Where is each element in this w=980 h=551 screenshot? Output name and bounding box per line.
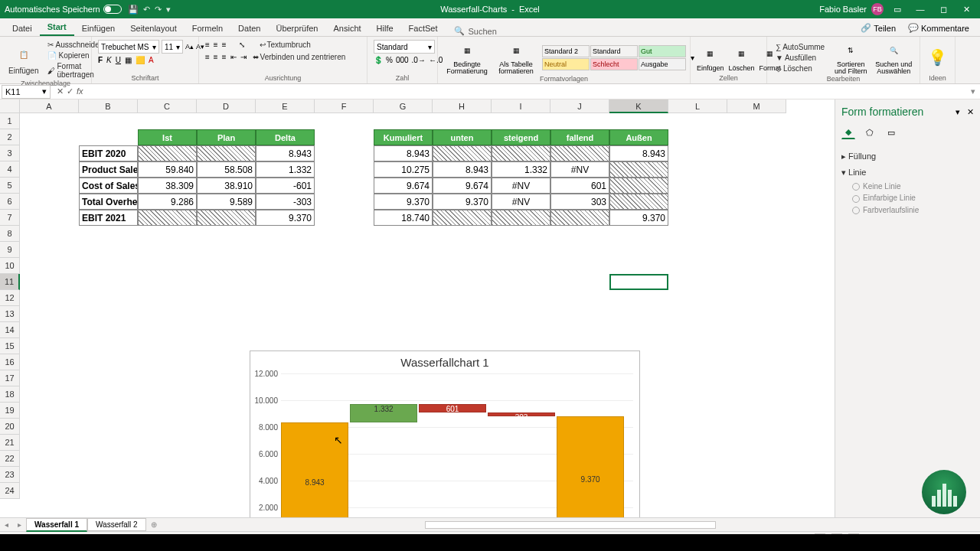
cell-H3[interactable] — [433, 145, 492, 161]
row-header-14[interactable]: 14 — [0, 322, 20, 338]
cell-C5[interactable]: 38.309 — [138, 178, 197, 194]
row-header-4[interactable]: 4 — [0, 161, 20, 178]
underline-button[interactable]: U — [116, 56, 121, 64]
col-header-G[interactable]: G — [374, 99, 433, 113]
chart-bar-Außen[interactable] — [281, 422, 348, 518]
cell-G5[interactable]: 9.674 — [374, 178, 433, 194]
cell-H6[interactable]: 9.370 — [433, 194, 492, 210]
conditional-format-button[interactable]: Bedingte Formatierung — [444, 61, 490, 75]
cell-H7[interactable] — [433, 210, 492, 226]
row-header-24[interactable]: 24 — [0, 483, 20, 499]
style-gut[interactable]: Gut — [639, 45, 686, 57]
cell-E2[interactable]: Delta — [256, 129, 315, 145]
col-header-E[interactable]: E — [256, 99, 315, 113]
close-icon[interactable]: ✕ — [957, 2, 975, 17]
cell-I7[interactable] — [492, 210, 550, 226]
row-header-16[interactable]: 16 — [0, 354, 20, 370]
clear-button[interactable]: ◇Löschen — [773, 64, 827, 73]
cell-C6[interactable]: 9.286 — [138, 194, 197, 210]
cell-J2[interactable]: fallend — [550, 129, 609, 145]
cell-B3[interactable]: EBIT 2020 — [79, 145, 138, 161]
tab-factset[interactable]: FactSet — [401, 21, 446, 36]
comments-button[interactable]: 💬Kommentare — [902, 20, 975, 36]
add-sheet-icon[interactable]: ⊕ — [146, 520, 162, 529]
cell-G4[interactable]: 10.275 — [374, 161, 433, 178]
sheet-nav-prev-icon[interactable]: ◂ — [0, 520, 13, 529]
pane-dropdown-icon[interactable]: ▾ — [956, 107, 960, 116]
currency-icon[interactable]: 💲 — [374, 56, 383, 64]
style-standard2[interactable]: Standard 2 — [542, 45, 590, 57]
cell-J3[interactable] — [550, 145, 609, 161]
cell-B7[interactable]: EBIT 2021 — [79, 210, 138, 226]
size-tab-icon[interactable]: ▭ — [884, 126, 898, 139]
cell-K3[interactable]: 8.943 — [609, 145, 668, 161]
merge-center-button[interactable]: ⬌Verbinden und zentrieren — [250, 52, 348, 62]
gradient-line-option[interactable]: Farbverlaufslinie — [841, 204, 974, 216]
cell-I5[interactable]: #NV — [492, 178, 550, 194]
cell-K4[interactable] — [609, 161, 668, 178]
cell-D5[interactable]: 38.910 — [197, 178, 256, 194]
cell-B6[interactable]: Total Overhead — [79, 194, 138, 210]
align-bottom-icon[interactable]: ≡ — [222, 41, 227, 49]
bold-button[interactable]: F — [98, 56, 103, 64]
font-color-icon[interactable]: A — [149, 56, 154, 64]
col-header-D[interactable]: D — [197, 99, 256, 113]
cell-D2[interactable]: Plan — [197, 129, 256, 145]
cell-G3[interactable]: 8.943 — [374, 145, 433, 161]
autosave-toggle[interactable] — [103, 5, 122, 14]
cell-I6[interactable]: #NV — [492, 194, 550, 210]
decimal-inc-icon[interactable]: .0→ — [412, 56, 426, 64]
autosum-button[interactable]: ∑AutoSumme — [773, 42, 827, 52]
expand-formula-icon[interactable]: ▾ — [966, 86, 980, 96]
style-standard[interactable]: Standard — [590, 45, 638, 57]
cell-E3[interactable]: 8.943 — [256, 145, 315, 161]
tab-start[interactable]: Start — [40, 19, 74, 36]
row-header-15[interactable]: 15 — [0, 338, 20, 354]
cell-C7[interactable] — [138, 210, 197, 226]
maximize-icon[interactable]: ◻ — [934, 2, 952, 17]
italic-button[interactable]: K — [106, 56, 112, 64]
row-header-2[interactable]: 2 — [0, 129, 20, 145]
user-name[interactable]: Fabio Basler — [819, 5, 867, 14]
minimize-icon[interactable]: — — [911, 2, 929, 17]
qat-dropdown-icon[interactable]: ▾ — [166, 5, 171, 15]
row-header-12[interactable]: 12 — [0, 290, 20, 306]
tab-seitenlayout[interactable]: Seitenlayout — [122, 21, 185, 36]
align-left-icon[interactable]: ≡ — [205, 53, 210, 61]
increase-font-icon[interactable]: A▴ — [185, 43, 194, 51]
cell-D7[interactable] — [197, 210, 256, 226]
thousands-icon[interactable]: 000 — [396, 56, 409, 64]
row-header-1[interactable]: 1 — [0, 113, 20, 129]
avatar[interactable]: FB — [871, 3, 884, 15]
sort-filter-button[interactable]: Sortieren und Filtern — [831, 61, 870, 75]
insert-cells-icon[interactable]: ▦ — [700, 43, 721, 64]
autosave[interactable]: Automatisches Speichern — [5, 5, 122, 14]
chart-bar-unten[interactable] — [350, 422, 417, 518]
row-header-19[interactable]: 19 — [0, 403, 20, 419]
row-header-21[interactable]: 21 — [0, 435, 20, 451]
tab-hilfe[interactable]: Hilfe — [369, 21, 401, 36]
style-ausgabe[interactable]: Ausgabe — [639, 58, 686, 70]
font-size-combo[interactable]: 11▾ — [162, 40, 183, 54]
cell-G7[interactable]: 18.740 — [374, 210, 433, 226]
percent-icon[interactable]: % — [386, 56, 393, 64]
find-select-icon[interactable]: 🔍 — [883, 40, 904, 61]
sort-filter-icon[interactable]: ⇅ — [840, 40, 861, 61]
solid-line-option[interactable]: Einfarbige Linie — [841, 192, 974, 204]
cell-E5[interactable]: -601 — [256, 178, 315, 194]
indent-inc-icon[interactable]: ⇥ — [240, 53, 247, 61]
border-icon[interactable]: ▦ — [125, 56, 132, 64]
fill-button[interactable]: ▼Ausfüllen — [773, 53, 827, 63]
cell-C4[interactable]: 59.840 — [138, 161, 197, 178]
cell-J7[interactable] — [550, 210, 609, 226]
row-header-17[interactable]: 17 — [0, 370, 20, 386]
row-header-9[interactable]: 9 — [0, 242, 20, 258]
horizontal-scrollbar[interactable] — [425, 521, 716, 529]
row-header-7[interactable]: 7 — [0, 210, 20, 226]
fill-line-tab-icon[interactable]: ◆ — [841, 126, 855, 139]
tab-formeln[interactable]: Formeln — [185, 21, 230, 36]
ribbon-options-icon[interactable]: ▭ — [888, 2, 906, 17]
select-all-button[interactable] — [0, 99, 20, 113]
col-header-I[interactable]: I — [492, 99, 550, 113]
paste-icon[interactable]: 📋 — [13, 44, 34, 66]
